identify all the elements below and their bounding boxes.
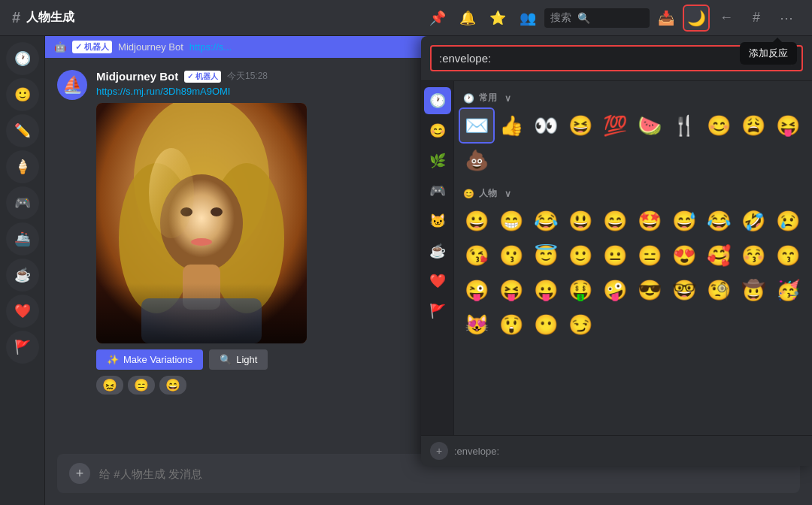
people-chevron: ∨ xyxy=(504,189,511,199)
sidebar-emoji-icon[interactable]: 🙂 xyxy=(6,78,39,111)
emoji-sunglasses[interactable]: 😎 xyxy=(633,274,666,307)
message-image xyxy=(96,103,307,343)
emoji-heart-cat[interactable]: 😻 xyxy=(460,308,493,341)
emoji-eyes[interactable]: 👀 xyxy=(529,109,562,142)
emoji-joy2[interactable]: 😂 xyxy=(702,204,735,237)
emoji-wink-tongue[interactable]: 😜 xyxy=(460,274,493,307)
emoji-kiss-heart[interactable]: 😘 xyxy=(460,239,493,272)
inbox-icon[interactable]: 📥 xyxy=(653,5,680,32)
emoji-sidebar-activities[interactable]: 🎮 xyxy=(424,177,451,204)
emoji-halo[interactable]: 😇 xyxy=(529,239,562,272)
light-icon: 🔍 xyxy=(220,354,232,365)
emoji-watermelon[interactable]: 🍉 xyxy=(633,109,666,142)
sidebar-heart-icon[interactable]: ❤️ xyxy=(6,295,39,328)
message-input[interactable] xyxy=(99,467,788,480)
image-overlay xyxy=(96,283,307,343)
emoji-smiling-hearts[interactable]: 🥰 xyxy=(702,239,735,272)
emoji-rofl[interactable]: 🤣 xyxy=(737,204,770,237)
emoji-big-smile[interactable]: 😃 xyxy=(564,204,597,237)
make-variations-btn[interactable]: ✨ Make Variations xyxy=(96,349,203,370)
light-btn[interactable]: 🔍 Light xyxy=(209,349,268,370)
emoji-slightly-smile[interactable]: 🙂 xyxy=(564,239,597,272)
emoji-squinting[interactable]: 😝 xyxy=(495,274,528,307)
search-icon: 🔍 xyxy=(577,12,590,24)
input-plus-btn[interactable]: + xyxy=(69,463,90,484)
emoji-astonished[interactable]: 😲 xyxy=(495,308,528,341)
bookmark-icon[interactable]: ⭐ xyxy=(484,5,511,32)
search-bar[interactable]: 搜索 🔍 xyxy=(544,8,650,28)
emoji-monocle[interactable]: 🧐 xyxy=(702,274,735,307)
emoji-100[interactable]: 💯 xyxy=(598,109,632,142)
sidebar-cup-icon[interactable]: ☕ xyxy=(6,259,39,292)
emoji-sidebar-nature[interactable]: 🌿 xyxy=(424,147,451,174)
emoji-neutral[interactable]: 😐 xyxy=(598,239,632,272)
notif-badge: ✓ 机器人 xyxy=(72,41,112,53)
emoji-kiss2[interactable]: 😚 xyxy=(737,239,770,272)
emoji-tongue2[interactable]: 😛 xyxy=(529,274,562,307)
reaction-chip-1[interactable]: 😖 xyxy=(96,376,123,395)
notif-link[interactable]: https://s... xyxy=(189,41,232,53)
emoji-heart-eyes[interactable]: 😍 xyxy=(668,239,701,272)
people-section-header[interactable]: 😊 人物 ∨ xyxy=(460,183,806,204)
emoji-sweat-smile[interactable]: 😅 xyxy=(668,204,701,237)
members-icon[interactable]: 👥 xyxy=(514,5,541,32)
emoji-grinning[interactable]: 😀 xyxy=(460,204,493,237)
recent-section-header[interactable]: 🕐 常用 ∨ xyxy=(460,87,806,109)
emoji-panel: 🔍 🕐 😊 🌿 🎮 🐱 ☕ ❤️ 🚩 xyxy=(421,36,812,466)
bot-name: Midjourney Bot xyxy=(96,70,178,83)
emoji-weary[interactable]: 😩 xyxy=(737,109,770,142)
emoji-smirk[interactable]: 😏 xyxy=(564,308,597,341)
emoji-beaming[interactable]: 😁 xyxy=(495,204,528,237)
emoji-thumbsup[interactable]: 👍 xyxy=(495,109,528,142)
notif-icon: 🤖 xyxy=(54,41,66,53)
search-placeholder: 搜索 xyxy=(550,11,571,25)
bot-badge: ✓ 机器人 xyxy=(184,71,221,83)
emoji-sidebar-animals[interactable]: 🐱 xyxy=(424,207,451,234)
sidebar-flag-icon[interactable]: 🚩 xyxy=(6,331,39,364)
make-variations-label: Make Variations xyxy=(123,354,192,365)
notification-icon[interactable]: 🔔 xyxy=(454,5,481,32)
reaction-chip-2[interactable]: 😑 xyxy=(128,376,155,395)
emoji-nerd[interactable]: 🤓 xyxy=(668,274,701,307)
emoji-bottom-label: :envelope: xyxy=(454,446,499,457)
reaction-chip-3[interactable]: 😄 xyxy=(159,376,186,395)
back-icon[interactable]: ← xyxy=(713,5,740,32)
emoji-no-mouth[interactable]: 😶 xyxy=(529,308,562,341)
emoji-moneymouth[interactable]: 🤑 xyxy=(564,274,597,307)
chat-area: 🤖 ✓ 机器人 Midjourney Bot https://s... ⛵ Mi… xyxy=(45,36,812,505)
channel-icon[interactable]: # xyxy=(743,5,770,32)
emoji-kissing[interactable]: 😗 xyxy=(495,239,528,272)
emoji-envelope[interactable]: ✉️ xyxy=(460,109,493,142)
emoji-add-btn[interactable]: + xyxy=(430,442,448,460)
emoji-kiss3[interactable]: 😙 xyxy=(771,239,804,272)
emoji-expressionless[interactable]: 😑 xyxy=(633,239,666,272)
emoji-sidebar-people[interactable]: 😊 xyxy=(424,117,451,144)
emoji-poop[interactable]: 💩 xyxy=(460,144,493,177)
emoji-cowboy[interactable]: 🤠 xyxy=(737,274,770,307)
emoji-tears-joy[interactable]: 😂 xyxy=(529,204,562,237)
sidebar-clock-icon[interactable]: 🕐 xyxy=(6,42,39,75)
emoji-zany[interactable]: 🤪 xyxy=(598,274,632,307)
sidebar-ice-icon[interactable]: 🍦 xyxy=(6,150,39,183)
emoji-fork[interactable]: 🍴 xyxy=(668,109,701,142)
emoji-sidebar-symbols[interactable]: 🚩 xyxy=(424,298,451,325)
more-icon[interactable]: ⋯ xyxy=(773,5,800,32)
emoji-tongue[interactable]: 😝 xyxy=(771,109,804,142)
channel-hash-icon: # xyxy=(12,9,20,26)
emoji-partying[interactable]: 🥳 xyxy=(771,274,804,307)
sidebar-edit-icon[interactable]: ✏️ xyxy=(6,114,39,147)
pinned-icon[interactable]: 📌 xyxy=(424,5,451,32)
emoji-sidebar-objects[interactable]: ❤️ xyxy=(424,268,451,295)
emoji-laugh[interactable]: 😆 xyxy=(564,109,597,142)
emoji-sidebar-food[interactable]: ☕ xyxy=(424,237,451,265)
notif-text: Midjourney Bot xyxy=(118,41,183,53)
emoji-smile[interactable]: 😊 xyxy=(702,109,735,142)
emoji-star-struck[interactable]: 🤩 xyxy=(633,204,666,237)
add-reaction-btn[interactable]: 🌙 xyxy=(683,5,710,32)
emoji-smile2[interactable]: 😄 xyxy=(598,204,632,237)
emoji-crying[interactable]: 😢 xyxy=(771,204,804,237)
emoji-search-input[interactable] xyxy=(439,52,779,65)
emoji-sidebar-clock[interactable]: 🕐 xyxy=(424,87,451,114)
sidebar-game-icon[interactable]: 🎮 xyxy=(6,186,39,219)
sidebar-sub-icon[interactable]: 🚢 xyxy=(6,222,39,256)
